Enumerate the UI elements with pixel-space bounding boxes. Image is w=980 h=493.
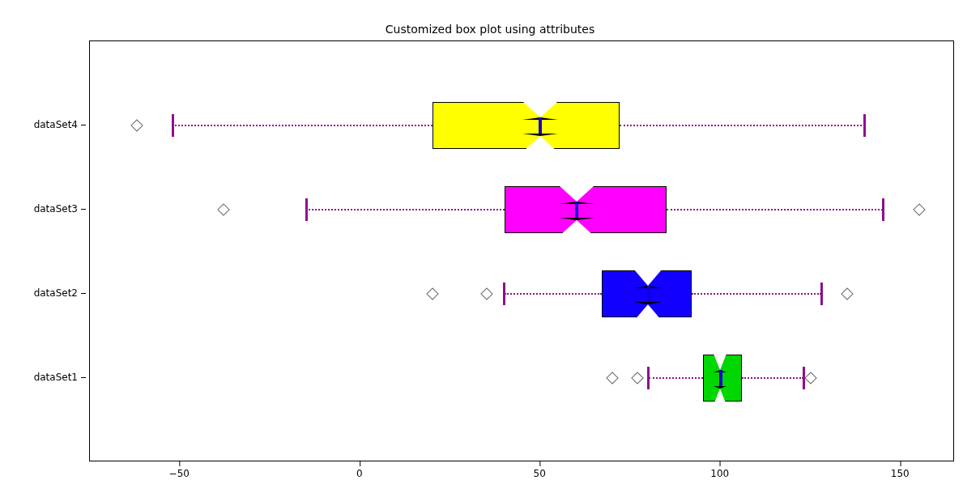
whisker <box>649 377 703 379</box>
notch <box>634 302 662 321</box>
whisker-cap <box>820 283 823 306</box>
outlier-diamond <box>426 287 439 300</box>
notch <box>559 218 594 236</box>
outlier-diamond <box>217 203 230 216</box>
outlier-diamond <box>632 372 645 385</box>
x-axis-ticks: −50050100150 <box>89 463 954 487</box>
whisker-cap <box>882 198 884 222</box>
outlier-diamond <box>804 372 817 385</box>
whisker-cap <box>172 114 174 138</box>
whisker-cap <box>503 283 505 306</box>
outlier-diamond <box>606 372 619 385</box>
y-axis-ticks: dataSet1dataSet2dataSet3dataSet4 <box>0 40 89 461</box>
y-tick: dataSet4 <box>34 119 78 130</box>
whisker <box>742 377 803 379</box>
notch <box>714 386 726 405</box>
whisker-cap <box>647 367 650 390</box>
x-tick: 0 <box>356 468 363 479</box>
outlier-diamond <box>913 203 926 216</box>
x-tick: −50 <box>169 468 190 479</box>
notch <box>522 134 558 152</box>
median <box>539 117 542 133</box>
whisker <box>620 125 865 126</box>
y-tick: dataSet1 <box>34 372 78 383</box>
whisker <box>692 293 821 295</box>
plot-area <box>89 40 954 461</box>
median <box>575 202 578 217</box>
whisker-cap <box>305 198 308 222</box>
boxplot-chart: Customized box plot using attributes −50… <box>0 0 980 493</box>
x-tick: 100 <box>710 468 729 479</box>
y-tick: dataSet2 <box>34 287 78 299</box>
outlier-diamond <box>480 287 493 300</box>
whisker-cap <box>863 114 866 138</box>
outlier-diamond <box>130 119 143 132</box>
median <box>719 370 722 385</box>
x-tick: 150 <box>891 468 910 479</box>
whisker <box>505 293 602 295</box>
y-tick: dataSet3 <box>34 203 78 215</box>
x-tick: 50 <box>534 468 546 479</box>
whisker <box>173 125 432 126</box>
whisker <box>667 209 883 210</box>
median <box>647 286 650 301</box>
chart-title: Customized box plot using attributes <box>0 23 980 36</box>
whisker <box>306 209 505 210</box>
outlier-diamond <box>841 287 854 300</box>
